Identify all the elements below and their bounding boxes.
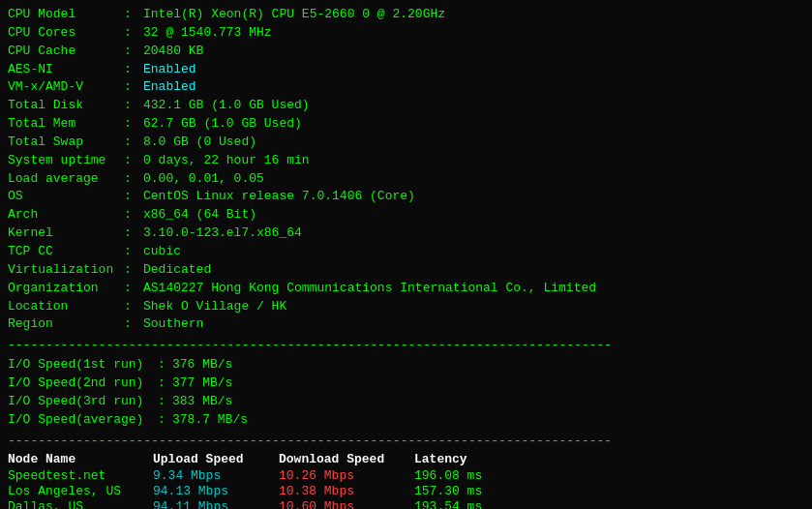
io-run2-label: I/O Speed(2nd run)	[8, 374, 158, 393]
os-value: CentOS Linux release 7.0.1406 (Core)	[143, 188, 415, 206]
total-disk-label: Total Disk	[8, 97, 124, 115]
net-upload: 94.13 Mbps	[153, 484, 279, 499]
cpu-cache-colon: :	[124, 43, 143, 61]
organization-label: Organization	[8, 280, 124, 298]
region-label: Region	[8, 315, 124, 334]
network-table: Node Name Upload Speed Download Speed La…	[8, 452, 804, 509]
io-run2-value: 377 MB/s	[172, 374, 232, 393]
arch-colon: :	[124, 206, 143, 225]
io-run3-colon: :	[158, 393, 172, 411]
virtualization-value: Dedicated	[143, 261, 211, 280]
virtualization-colon: :	[124, 261, 143, 280]
aes-ni-colon: :	[124, 61, 143, 79]
network-section: Node Name Upload Speed Download Speed La…	[8, 452, 804, 509]
cpu-cores-label: CPU Cores	[8, 24, 124, 43]
io-run3-value: 383 MB/s	[172, 393, 232, 411]
location-value: Shek O Village / HK	[143, 298, 286, 316]
th-latency: Latency	[414, 452, 804, 468]
th-download: Download Speed	[279, 452, 414, 468]
region-value: Southern	[143, 315, 203, 334]
aes-ni-label: AES-NI	[8, 61, 124, 79]
arch-label: Arch	[8, 206, 124, 225]
cpu-model-value: Intel(R) Xeon(R) CPU E5-2660 0 @ 2.20GHz	[143, 6, 445, 24]
virtualization-label: Virtualization	[8, 261, 124, 280]
tcp-cc-colon: :	[124, 243, 143, 261]
load-average-value: 0.00, 0.01, 0.05	[143, 170, 264, 189]
net-latency: 193.54 ms	[414, 499, 804, 509]
kernel-colon: :	[124, 225, 143, 243]
net-download: 10.60 Mbps	[279, 499, 414, 509]
cpu-model-colon: :	[124, 6, 143, 24]
table-row: Dallas, US94.11 Mbps10.60 Mbps193.54 ms	[8, 499, 804, 509]
io-run1-value: 376 MB/s	[172, 356, 232, 374]
system-uptime-label: System uptime	[8, 152, 124, 170]
os-colon: :	[124, 188, 143, 206]
region-colon: :	[124, 315, 143, 334]
organization-value: AS140227 Hong Kong Communications Intern…	[143, 280, 596, 298]
cpu-cores-value: 32 @ 1540.773 MHz	[143, 24, 272, 43]
total-swap-label: Total Swap	[8, 134, 124, 152]
location-label: Location	[8, 298, 124, 316]
io-run3-label: I/O Speed(3rd run)	[8, 393, 158, 411]
net-download: 10.38 Mbps	[279, 484, 414, 499]
os-label: OS	[8, 188, 124, 206]
net-node: Los Angeles, US	[8, 484, 153, 499]
io-run1-label: I/O Speed(1st run)	[8, 356, 158, 374]
system-uptime-colon: :	[124, 152, 143, 170]
tcp-cc-label: TCP CC	[8, 243, 124, 261]
net-node: Dallas, US	[8, 499, 153, 509]
vm-amd-label: VM-x/AMD-V	[8, 78, 124, 97]
net-upload: 9.34 Mbps	[153, 468, 279, 484]
io-run2-colon: :	[158, 374, 172, 393]
net-download: 10.26 Mbps	[279, 468, 414, 484]
net-upload: 94.11 Mbps	[153, 499, 279, 509]
io-avg-colon: :	[158, 411, 172, 430]
arch-value: x86_64 (64 Bit)	[143, 206, 256, 225]
net-latency: 157.30 ms	[414, 484, 804, 499]
vm-amd-colon: :	[124, 78, 143, 97]
kernel-label: Kernel	[8, 225, 124, 243]
cpu-cores-colon: :	[124, 24, 143, 43]
divider-1: ----------------------------------------…	[8, 338, 804, 352]
vm-amd-value: Enabled	[143, 78, 196, 97]
io-run1-colon: :	[158, 356, 172, 374]
aes-ni-value: Enabled	[143, 61, 196, 79]
th-node: Node Name	[8, 452, 153, 468]
io-avg-label: I/O Speed(average)	[8, 411, 158, 430]
total-disk-value: 432.1 GB (1.0 GB Used)	[143, 97, 310, 115]
cpu-cache-label: CPU Cache	[8, 43, 124, 61]
load-average-colon: :	[124, 170, 143, 189]
total-mem-label: Total Mem	[8, 115, 124, 134]
th-upload: Upload Speed	[153, 452, 279, 468]
io-avg-value: 378.7 MB/s	[172, 411, 248, 430]
cpu-cache-value: 20480 KB	[143, 43, 203, 61]
total-mem-value: 62.7 GB (1.0 GB Used)	[143, 115, 302, 134]
total-disk-colon: :	[124, 97, 143, 115]
table-row: Los Angeles, US94.13 Mbps10.38 Mbps157.3…	[8, 484, 804, 499]
load-average-label: Load average	[8, 170, 124, 189]
total-mem-colon: :	[124, 115, 143, 134]
system-uptime-value: 0 days, 22 hour 16 min	[143, 152, 310, 170]
organization-colon: :	[124, 280, 143, 298]
total-swap-colon: :	[124, 134, 143, 152]
tcp-cc-value: cubic	[143, 243, 181, 261]
divider-2: ----------------------------------------…	[8, 434, 804, 448]
total-swap-value: 8.0 GB (0 Used)	[143, 134, 256, 152]
location-colon: :	[124, 298, 143, 316]
kernel-value: 3.10.0-123.el7.x86_64	[143, 225, 302, 243]
net-node: Speedtest.net	[8, 468, 153, 484]
net-latency: 196.08 ms	[414, 468, 804, 484]
cpu-model-label: CPU Model	[8, 6, 124, 24]
table-row: Speedtest.net9.34 Mbps10.26 Mbps196.08 m…	[8, 468, 804, 484]
